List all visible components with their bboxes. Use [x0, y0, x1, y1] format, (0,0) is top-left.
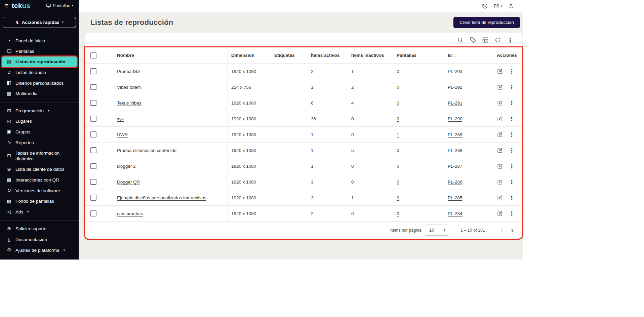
sidebar-item-panel-de-inicio[interactable]: ◔Panel de inicio	[2, 35, 77, 46]
sidebar-item-lista-de-cliente-de-datos[interactable]: ⊛Lista de cliente de datos	[2, 164, 77, 175]
items-per-page-select[interactable]: 10 ▾	[425, 225, 449, 236]
more-options-icon[interactable]: ⋮	[507, 36, 514, 44]
row-more-icon[interactable]: ⋮	[509, 179, 515, 185]
sort-desc-icon[interactable]: ↓	[454, 53, 456, 58]
column-header-label[interactable]: Ítems activos	[311, 53, 340, 58]
playlist-name-link[interactable]: Dogger 2	[117, 164, 136, 169]
row-checkbox[interactable]	[90, 210, 96, 216]
playlist-id-link[interactable]: PL-285	[448, 195, 462, 200]
column-header-label[interactable]: Ítems inactivos	[351, 53, 384, 58]
edit-icon[interactable]	[497, 100, 503, 106]
row-more-icon[interactable]: ⋮	[509, 211, 515, 216]
sidebar-item-pantallas[interactable]: Pantallas	[2, 46, 77, 56]
screens-count-link[interactable]: 0	[397, 195, 399, 200]
screens-group-dropdown[interactable]: Pantallas ▾	[44, 3, 75, 8]
language-selector[interactable]: ES ▾	[494, 4, 502, 8]
screens-count-link[interactable]: 0	[397, 101, 399, 106]
menu-icon[interactable]: ≡	[5, 2, 9, 9]
playlist-name-link[interactable]: Vibes totem	[117, 85, 141, 90]
sidebar-item-interacciones-con-qr[interactable]: ▩Interacciones con QR	[2, 175, 77, 186]
search-icon[interactable]	[457, 36, 464, 44]
row-checkbox[interactable]	[90, 179, 96, 185]
row-checkbox[interactable]	[90, 84, 96, 90]
refresh-icon[interactable]	[494, 36, 501, 44]
quick-actions-button[interactable]: ↯ Acciones rápidas ▾	[3, 17, 76, 28]
row-checkbox[interactable]	[90, 163, 96, 169]
sidebar-item-multimedia[interactable]: ▦Multimedia	[2, 88, 77, 99]
playlist-name-link[interactable]: Prueba eliminación contenido	[117, 148, 176, 153]
sidebar-item-listas-de-audio[interactable]: ♫Listas de audio	[2, 67, 77, 78]
playlist-id-link[interactable]: PL-284	[448, 211, 462, 216]
playlist-name-link[interactable]: Dogger QR	[117, 180, 140, 185]
playlist-id-link[interactable]: PL-293	[448, 69, 462, 74]
edit-icon[interactable]	[497, 116, 503, 122]
sidebar-item-versiones-de-software[interactable]: ↻Versiones de software	[2, 185, 77, 196]
row-more-icon[interactable]: ⋮	[509, 69, 515, 74]
screens-count-link[interactable]: 0	[397, 211, 399, 216]
edit-icon[interactable]	[497, 195, 503, 201]
row-more-icon[interactable]: ⋮	[509, 84, 515, 90]
screens-count-link[interactable]: 1	[397, 132, 399, 137]
sidebar-item-reportes[interactable]: ∿Reportes	[2, 137, 77, 148]
tag-icon[interactable]	[469, 36, 477, 44]
sidebar-item-listas-de-reproduccion[interactable]: ▤Listas de reproducción	[2, 56, 77, 67]
sidebar-item-ajustes-de-plataforma[interactable]: ⚙Ajustes de plataforma▾	[2, 245, 77, 255]
row-checkbox[interactable]	[90, 131, 96, 137]
row-checkbox[interactable]	[90, 116, 96, 122]
sidebar-item-solicita-soporte[interactable]: ⊚Solicita soporte	[2, 224, 77, 234]
playlist-id-link[interactable]: PL-290	[448, 116, 462, 121]
playlist-name-link[interactable]: Ejemplo diseños personalizados interacti…	[117, 195, 206, 200]
row-more-icon[interactable]: ⋮	[509, 163, 515, 169]
sidebar-item-ads[interactable]: ◁Ads▾	[2, 207, 77, 217]
table-view-icon[interactable]	[482, 36, 489, 44]
playlist-id-link[interactable]: PL-288	[448, 148, 462, 153]
playlist-id-link[interactable]: PL-286	[448, 180, 462, 185]
screens-count-link[interactable]: 0	[397, 116, 399, 121]
row-checkbox[interactable]	[90, 147, 96, 153]
playlist-name-link[interactable]: UWR	[117, 132, 128, 137]
row-more-icon[interactable]: ⋮	[509, 116, 515, 122]
row-more-icon[interactable]: ⋮	[509, 132, 515, 137]
sidebar-item-lugares[interactable]: ◎Lugares	[2, 116, 77, 127]
playlist-name-link[interactable]: camipruebas	[117, 211, 143, 216]
column-header-label[interactable]: Id	[448, 53, 452, 58]
playlist-id-link[interactable]: PL-292	[448, 85, 462, 90]
edit-icon[interactable]	[497, 84, 503, 90]
column-header-label[interactable]: Nombre	[117, 53, 134, 58]
edit-icon[interactable]	[497, 131, 503, 138]
screens-count-link[interactable]: 0	[397, 148, 399, 153]
playlist-name-link[interactable]: xyz	[117, 116, 124, 121]
row-checkbox[interactable]	[90, 195, 96, 201]
column-header-label[interactable]: Acciones	[497, 53, 517, 58]
column-header-label[interactable]: Pantallas	[397, 53, 416, 58]
history-button[interactable]	[482, 3, 488, 9]
prev-page-button[interactable]: ‹	[497, 226, 507, 235]
screens-count-link[interactable]: 0	[397, 85, 399, 90]
edit-icon[interactable]	[497, 68, 503, 75]
playlist-id-link[interactable]: PL-291	[448, 101, 462, 106]
sidebar-item-tablas-de-informacion-dinamica[interactable]: ⊟Tablas de información dinámica	[2, 148, 77, 164]
sidebar-item-documentacion[interactable]: ▯Documentación	[2, 234, 77, 245]
screens-count-link[interactable]: 0	[397, 180, 399, 185]
edit-icon[interactable]	[497, 163, 503, 169]
row-checkbox[interactable]	[90, 100, 96, 106]
select-all-checkbox[interactable]	[90, 52, 96, 58]
row-checkbox[interactable]	[90, 68, 96, 74]
create-playlist-button[interactable]: Crear lista de reproducción	[453, 17, 520, 28]
sidebar-item-fondo-de-pantallas[interactable]: ▨Fondo de pantallas	[2, 196, 77, 207]
edit-icon[interactable]	[497, 210, 503, 217]
row-more-icon[interactable]: ⋮	[509, 195, 515, 201]
screens-count-link[interactable]: 0	[397, 164, 399, 169]
screens-count-link[interactable]: 0	[397, 69, 399, 74]
sidebar-item-grupos[interactable]: ▣Grupos	[2, 127, 77, 137]
playlist-id-link[interactable]: PL-287	[448, 164, 462, 169]
row-more-icon[interactable]: ⋮	[509, 148, 515, 153]
playlist-name-link[interactable]: Prueba ISA	[117, 69, 140, 74]
sidebar-item-disenos-personalizados[interactable]: ◧Diseños personalizados	[2, 78, 77, 88]
playlist-name-link[interactable]: Tekus Vibes	[117, 101, 142, 106]
row-more-icon[interactable]: ⋮	[509, 100, 515, 106]
edit-icon[interactable]	[497, 147, 503, 154]
sidebar-item-programacion[interactable]: ⊞Programación▾	[2, 106, 77, 116]
user-menu-button[interactable]	[508, 3, 514, 9]
playlist-id-link[interactable]: PL-289	[448, 132, 462, 137]
